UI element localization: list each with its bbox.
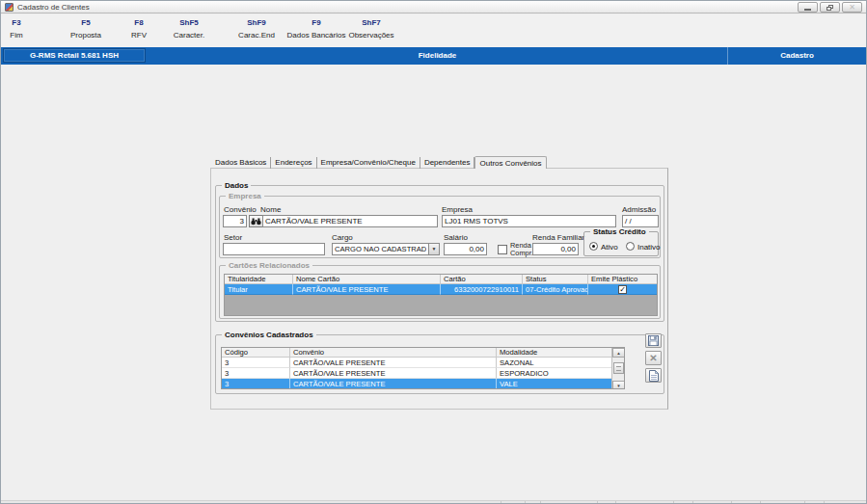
renda-familiar-label: Renda Familiar [532,233,584,242]
minimize-icon [804,9,811,11]
binoculars-icon [251,218,261,225]
col-emite-plastico: Emite Plástico [588,275,657,284]
toolbar-item-proposta[interactable]: F5 Proposta [70,18,101,40]
convenios-scrollbar[interactable]: ▲ ▼ [611,348,624,389]
fkey-label: F3 [10,18,22,28]
convenios-row[interactable]: 3 CARTÃO/VALE PRESENTE ESPORADICO [222,368,624,379]
fkey-action: RFV [131,31,147,40]
delete-icon: ✕ [649,354,657,363]
renda-compr-checkbox[interactable] [498,245,507,254]
renda-compr-label: Renda Compr. [510,242,533,257]
tab-empresa-convenio-cheque[interactable]: Empresa/Convênio/Cheque [317,157,420,169]
tab-enderecos[interactable]: Endereços [271,157,316,169]
convenio-search-button[interactable] [249,215,263,227]
app-icon [5,3,14,12]
group-empresa: Empresa Convênio Nome Empresa Admissão 3… [219,196,661,258]
chevron-down-icon[interactable]: ▼ [428,244,439,254]
delete-button[interactable]: ✕ [645,351,662,365]
setor-input[interactable] [223,243,325,255]
save-button[interactable] [645,333,662,348]
header-banner: G-RMS Retail 5.681 HSH Fidelidade Cadast… [1,47,866,65]
cartoes-header-row: Titularidade Nome Cartão Cartão Status E… [225,275,657,284]
toolbar-item-fim[interactable]: F3 Fim [10,18,22,40]
window-title: Cadastro de Clientes [17,2,90,13]
minimize-button[interactable] [798,2,818,13]
tab-page-outros-convenios: Dados Empresa Convênio Nome Empresa Admi… [210,168,668,410]
save-icon [648,335,659,346]
cartoes-legend: Cartões Relacionados [226,261,312,270]
salario-input[interactable]: 0,00 [444,243,487,255]
convenios-legend: Convênios Cadastrados [222,331,316,339]
tab-dependentes[interactable]: Dependentes [420,157,475,169]
fkey-action: Proposta [70,31,101,40]
admissao-label: Admissão [622,205,656,214]
cartoes-grid: Titularidade Nome Cartão Cartão Status E… [224,274,658,316]
nome-input[interactable]: CARTÃO/VALE PRESENTE [262,215,438,227]
restore-icon [826,5,833,11]
convenio-label: Convênio [224,205,257,214]
toolbar-item-caracter[interactable]: ShF5 Caracter. [174,18,204,40]
convenios-row-selected[interactable]: 3 CARTÃO/VALE PRESENTE VALE [222,379,624,389]
renda-familiar-input[interactable]: 0,00 [532,243,579,255]
group-dados: Dados Empresa Convênio Nome Empresa Admi… [215,185,664,322]
col-nome-cartao: Nome Cartão [293,275,441,284]
cartoes-row-selected[interactable]: Titular CARTÃO/VALE PRESENTE 63320007229… [225,284,657,295]
radio-ativo[interactable] [589,242,598,251]
fkey-action: Carac.End [238,31,275,40]
toolbar-item-dados-bancarios[interactable]: F9 Dados Bancários [287,18,346,40]
new-record-button[interactable] [645,368,662,383]
document-icon [649,370,659,382]
group-cartoes-relacionados: Cartões Relacionados Titularidade Nome C… [219,265,661,319]
fkey-label: F8 [131,18,147,28]
fkey-action: Caracter. [174,31,204,40]
empresa-label: Empresa [442,205,473,214]
fkey-action: Fim [10,31,22,40]
col-cartao: Cartão [441,275,523,284]
cargo-select[interactable]: CARGO NAO CADASTRADO ▼ [332,243,440,255]
admissao-input[interactable]: / / [622,215,659,227]
convenios-header-row: Código Convênio Modalidade [222,348,624,358]
setor-label: Setor [224,233,242,242]
scroll-up-icon[interactable]: ▲ [612,348,625,358]
group-empresa-legend: Empresa [226,192,264,200]
status-credito-legend: Status Crédito [590,227,649,236]
scrollbar-thumb[interactable] [613,362,624,374]
fkey-action: Observações [348,31,393,40]
close-button[interactable]: ✕ [842,2,862,13]
fkey-label: F9 [287,18,346,28]
group-convenios-cadastrados: Convênios Cadastrados Código Convênio Mo… [215,334,664,394]
radio-inativo-label: Inativo [637,243,661,252]
toolbar-item-rfv[interactable]: F8 RFV [131,18,147,40]
col-convenio: Convênio [290,348,497,358]
radio-ativo-label: Ativo [601,243,618,252]
convenios-grid: Código Convênio Modalidade 3 CARTÃO/VALE… [221,347,625,389]
status-bar [1,500,866,503]
banner-section: Cadastro [728,47,866,65]
empresa-input[interactable]: LJ01 RMS TOTVS [442,215,616,227]
convenio-input[interactable]: 3 [223,215,247,227]
close-icon: ✕ [849,4,855,12]
group-status-credito: Status Crédito Ativo Inativo [583,231,659,256]
nome-label: Nome [260,205,281,214]
group-dados-legend: Dados [222,181,251,190]
col-status: Status [523,275,588,284]
tab-dados-basicos[interactable]: Dados Básicos [211,157,271,169]
convenios-row[interactable]: 3 CARTÃO/VALE PRESENTE SAZONAL [222,358,624,368]
banner-module: Fidelidade [148,47,727,65]
scroll-down-icon[interactable]: ▼ [612,381,625,389]
fkey-label: ShF7 [348,18,393,28]
col-modalidade: Modalidade [497,348,611,358]
tab-outros-convenios[interactable]: Outros Convênios [474,156,546,169]
app-window: Cadastro de Clientes ✕ F3 Fim F5 Propost… [0,0,867,504]
toolbar-item-caracend[interactable]: ShF9 Carac.End [238,18,275,40]
cargo-label: Cargo [332,233,353,242]
function-toolbar: F3 Fim F5 Proposta F8 RFV ShF5 Caracter.… [1,14,866,47]
col-titularidade: Titularidade [225,275,293,284]
titlebar: Cadastro de Clientes ✕ [1,1,866,13]
fkey-action: Dados Bancários [287,31,346,40]
col-codigo: Código [222,348,290,358]
toolbar-item-observacoes[interactable]: ShF7 Observações [348,18,393,40]
restore-button[interactable] [820,2,840,13]
radio-inativo[interactable] [626,242,635,251]
emite-plastico-checkbox[interactable]: ✓ [618,285,627,294]
